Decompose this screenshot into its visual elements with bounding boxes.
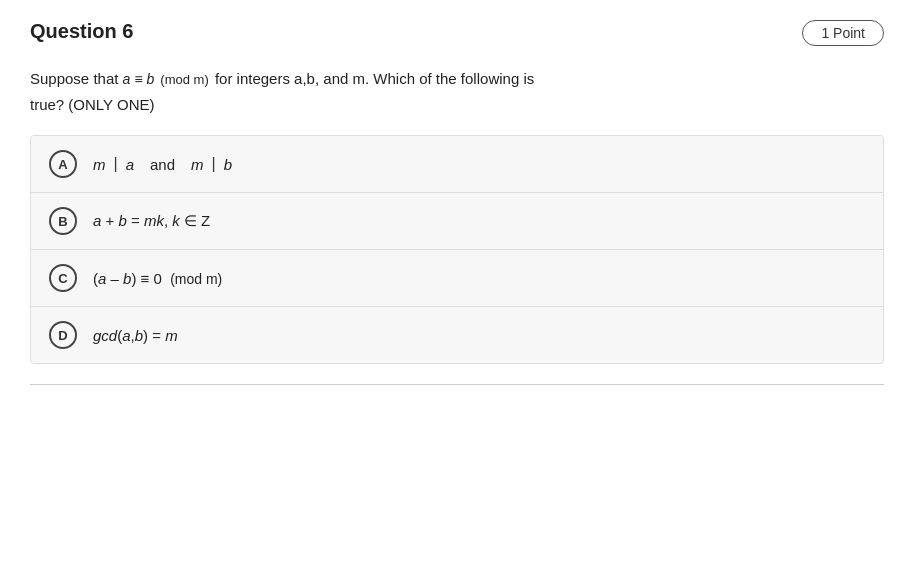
option-c-content: (a – b) ≡ 0 (mod m) xyxy=(93,270,222,287)
question-intro: Suppose that xyxy=(30,70,123,87)
option-b-content: a + b = mk, k ∈ Z xyxy=(93,212,210,230)
option-a-circle: A xyxy=(49,150,77,178)
bottom-divider xyxy=(30,384,884,385)
question-title: Question 6 xyxy=(30,20,133,43)
option-a-content: m|a and m|b xyxy=(93,155,232,173)
point-badge: 1 Point xyxy=(802,20,884,46)
options-container: A m|a and m|b B a + b = mk, k ∈ Z C (a –… xyxy=(30,135,884,364)
option-d-content: gcd(a,b) = m xyxy=(93,327,178,344)
option-d-circle: D xyxy=(49,321,77,349)
option-d[interactable]: D gcd(a,b) = m xyxy=(31,307,883,363)
option-b-circle: B xyxy=(49,207,77,235)
option-c[interactable]: C (a – b) ≡ 0 (mod m) xyxy=(31,250,883,307)
question-text: Suppose that a≡b(mod m) for integers a,b… xyxy=(30,66,884,117)
option-a[interactable]: A m|a and m|b xyxy=(31,136,883,193)
option-b[interactable]: B a + b = mk, k ∈ Z xyxy=(31,193,883,250)
option-c-circle: C xyxy=(49,264,77,292)
